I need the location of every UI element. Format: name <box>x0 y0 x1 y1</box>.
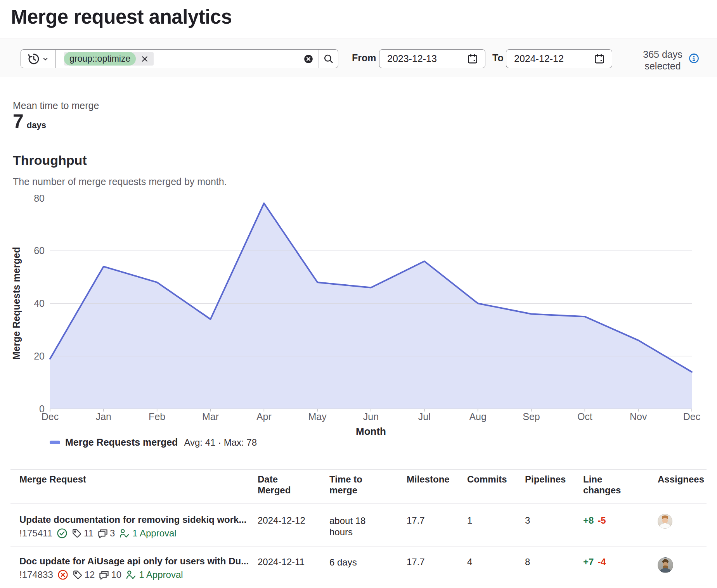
col-commits[interactable]: Commits <box>467 474 507 485</box>
svg-text:60: 60 <box>34 245 45 256</box>
svg-text:Jun: Jun <box>363 411 379 422</box>
approvals: 1 Approval <box>126 569 183 580</box>
closed-status-icon <box>57 569 68 580</box>
chart-x-axis-title: Month <box>356 425 386 438</box>
label-icon <box>73 570 83 580</box>
mean-time-value: 7 days <box>13 112 46 131</box>
clear-search-button[interactable] <box>304 54 313 64</box>
col-line-changes[interactable]: Line changes <box>583 474 634 496</box>
svg-text:Apr: Apr <box>256 411 272 422</box>
svg-text:Mar: Mar <box>202 411 219 422</box>
filtered-search-input[interactable]: group::optimize <box>55 49 338 68</box>
pipelines-cell: 3 <box>525 515 530 526</box>
search-history-button[interactable] <box>21 49 55 68</box>
comments-count[interactable]: 3 <box>98 528 115 539</box>
commits-cell: 4 <box>467 557 472 567</box>
approvals: 1 Approval <box>119 528 176 539</box>
from-label: From <box>352 52 376 64</box>
mean-time-label: Mean time to merge <box>13 100 99 111</box>
days-selected-text: 365 days selected <box>639 48 686 72</box>
col-pipelines[interactable]: Pipelines <box>525 474 566 485</box>
svg-text:Jan: Jan <box>96 411 111 422</box>
milestone-cell: 17.7 <box>407 515 425 526</box>
chart-y-axis-title: Merge Requests merged <box>11 247 22 360</box>
legend-swatch <box>50 441 60 444</box>
svg-text:20: 20 <box>34 351 45 361</box>
mean-time-unit: days <box>27 120 46 130</box>
throughput-area-chart[interactable]: 020406080DecJanFebMarAprMayJunJulAugSepO… <box>0 186 717 438</box>
comments-count[interactable]: 10 <box>99 569 121 580</box>
milestone-cell: 17.7 <box>407 557 425 567</box>
svg-text:Sep: Sep <box>523 411 540 422</box>
mr-meta: !174833 12 <box>19 569 252 580</box>
col-date-merged[interactable]: Date Merged <box>258 474 304 496</box>
col-time-to-merge[interactable]: Time to merge <box>329 474 376 496</box>
calendar-icon <box>594 54 605 64</box>
pipelines-cell: 8 <box>525 557 530 567</box>
table-top-border <box>10 469 707 470</box>
token-remove-icon[interactable] <box>140 55 149 63</box>
info-icon[interactable] <box>689 53 699 64</box>
table-header-border <box>10 503 707 504</box>
svg-text:80: 80 <box>34 193 45 204</box>
mr-id[interactable]: !175411 <box>19 528 52 539</box>
calendar-icon <box>467 54 478 64</box>
date-merged-cell: 2024-12-11 <box>258 557 305 567</box>
svg-text:Feb: Feb <box>149 411 165 422</box>
from-date-value: 2023-12-13 <box>387 53 437 64</box>
time-to-merge-cell: 6 days <box>329 557 382 568</box>
throughput-heading: Throughput <box>13 153 87 168</box>
comments-icon <box>98 528 108 538</box>
table-bottom-border <box>10 586 707 586</box>
mean-time-number: 7 <box>13 112 24 131</box>
page-title: Merge request analytics <box>11 5 232 28</box>
labels-count: 11 <box>72 528 94 539</box>
mr-title[interactable]: Doc update for AiUsage api only for user… <box>19 556 252 567</box>
search-button[interactable] <box>319 50 338 68</box>
svg-text:Aug: Aug <box>469 411 486 422</box>
to-label: To <box>492 52 504 64</box>
svg-text:40: 40 <box>34 298 45 309</box>
label-icon <box>72 528 82 538</box>
comments-icon <box>99 570 109 580</box>
commits-cell: 1 <box>467 515 472 526</box>
svg-text:May: May <box>308 411 327 422</box>
to-date-input[interactable]: 2024-12-12 <box>506 49 612 68</box>
mr-meta: !175411 11 <box>19 528 252 539</box>
svg-text:Dec: Dec <box>42 411 59 422</box>
filter-bar: group::optimize From <box>0 38 717 77</box>
throughput-description: The number of merge requests merged by m… <box>13 176 227 187</box>
chevron-down-icon <box>42 56 48 62</box>
line-changes-cell: +8-5 <box>583 515 606 526</box>
filter-token[interactable]: group::optimize <box>64 52 154 66</box>
labels-count: 12 <box>73 569 95 580</box>
time-to-merge-cell: about 18 hours <box>329 515 382 538</box>
svg-text:Jul: Jul <box>418 411 431 422</box>
line-changes-cell: +7-4 <box>583 557 606 567</box>
history-icon <box>28 53 40 65</box>
svg-text:Nov: Nov <box>630 411 647 422</box>
col-assignees[interactable]: Assignees <box>658 474 704 485</box>
mr-id[interactable]: !174833 <box>19 569 53 580</box>
approval-icon <box>126 570 136 580</box>
chart-legend[interactable]: Merge Requests merged Avg: 41 · Max: 78 <box>50 437 257 448</box>
assignee-avatar[interactable] <box>658 557 673 573</box>
filter-token-label: group::optimize <box>64 52 136 66</box>
date-merged-cell: 2024-12-12 <box>258 515 305 526</box>
legend-stats: Avg: 41 · Max: 78 <box>184 437 257 448</box>
col-merge-request[interactable]: Merge Request <box>19 474 86 485</box>
merge-request-analytics-page: Merge request analytics group::optimize <box>0 0 717 588</box>
to-date-value: 2024-12-12 <box>514 53 564 64</box>
merged-status-icon <box>57 528 68 539</box>
mr-title[interactable]: Update documentation for removing sideki… <box>19 514 252 525</box>
assignee-avatar[interactable] <box>658 514 672 529</box>
table-row-border <box>10 546 707 547</box>
col-milestone[interactable]: Milestone <box>407 474 450 485</box>
svg-text:Oct: Oct <box>577 411 592 422</box>
approval-icon <box>119 528 130 539</box>
svg-text:Dec: Dec <box>683 411 700 422</box>
from-date-input[interactable]: 2023-12-13 <box>379 49 485 68</box>
legend-label: Merge Requests merged <box>65 437 178 448</box>
